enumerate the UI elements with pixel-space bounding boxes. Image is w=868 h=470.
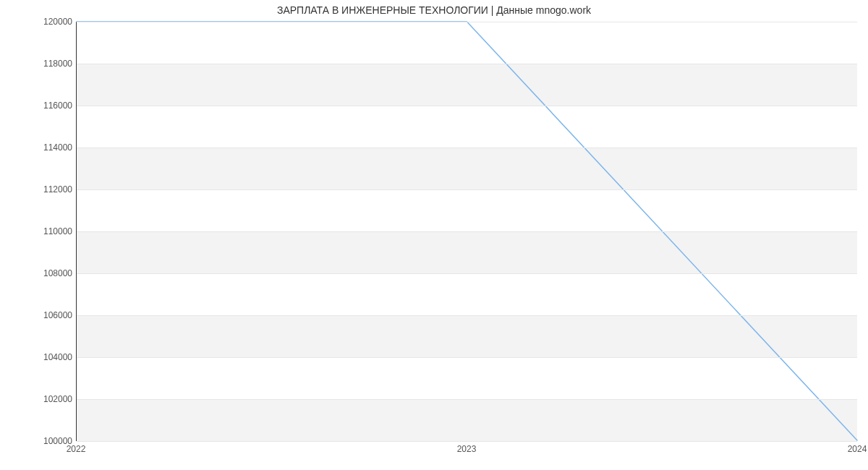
y-tick-label: 102000: [40, 394, 72, 404]
x-tick-label: 2023: [457, 444, 477, 454]
y-tick-label: 104000: [40, 352, 72, 362]
x-tick-label: 2022: [67, 444, 86, 454]
gridline: [77, 189, 857, 190]
plot-area: [76, 22, 857, 441]
gridline: [77, 22, 857, 22]
gridline: [77, 315, 857, 316]
gridline: [77, 64, 857, 64]
gridline: [77, 441, 857, 442]
x-tick-label: 2024: [848, 444, 867, 454]
gridline: [77, 148, 857, 148]
chart-container: ЗАРПЛАТА В ИНЖЕНЕРНЫЕ ТЕХНОЛОГИИ | Данны…: [0, 0, 868, 470]
chart-title: ЗАРПЛАТА В ИНЖЕНЕРНЫЕ ТЕХНОЛОГИИ | Данны…: [0, 4, 868, 16]
gridline: [77, 273, 857, 274]
gridline: [77, 399, 857, 400]
gridline: [77, 357, 857, 358]
y-tick-label: 108000: [40, 268, 72, 278]
y-tick-label: 116000: [40, 101, 72, 111]
y-tick-label: 112000: [40, 184, 72, 195]
gridline: [77, 231, 857, 232]
y-tick-label: 120000: [40, 17, 72, 27]
y-tick-label: 110000: [40, 226, 72, 236]
y-tick-label: 118000: [40, 59, 72, 69]
gridline: [77, 106, 857, 106]
y-tick-label: 114000: [40, 142, 72, 153]
y-tick-label: 106000: [40, 310, 72, 320]
